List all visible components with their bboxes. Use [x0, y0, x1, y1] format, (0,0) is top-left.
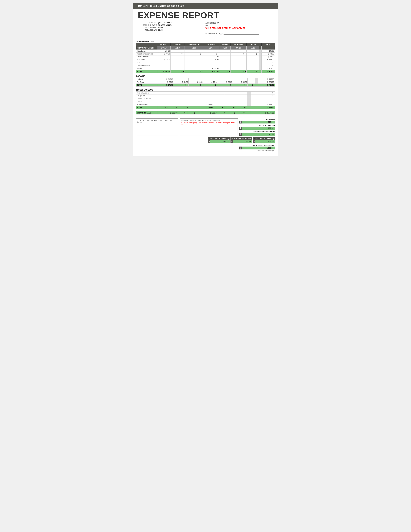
expense-deductions-value: 20.00 [242, 133, 275, 136]
table-row: Entertainment* $ 199.00 $ 199.00 [136, 103, 275, 106]
grand-totals-section: GRAND TOTALS $ 302.30 $ - $ - $ 530.00 $… [133, 111, 278, 114]
lodging-grand-total: $ 415.00 [258, 84, 275, 86]
fuel-total: $ - [262, 61, 275, 64]
td-sep7 [259, 67, 262, 70]
other-sun [236, 100, 247, 103]
other-rail-total: $ - [262, 64, 275, 67]
grand-total-sat: $ - [228, 111, 237, 114]
fuel-thu [203, 61, 219, 64]
expense-deductions-label: EXPENSE DEDUCTIONS* [239, 131, 275, 133]
team-line-1[interactable] [224, 30, 259, 32]
per-diem-summary-value: 270.00 [242, 121, 275, 124]
table-row: Phone, Fax-Internet $ - [136, 97, 275, 100]
lodging-total-label: TOTAL [136, 84, 157, 86]
other-rail-thu [203, 64, 219, 67]
airfare-mon [157, 67, 170, 70]
date-fri: 6/3/16 [219, 46, 231, 50]
per-diem-tue: $ 50.00 [174, 81, 188, 84]
please-attach: Please attach all receipts [257, 150, 275, 152]
td-lsep3 [255, 84, 258, 86]
transport-total-sun: $ - [246, 70, 259, 73]
per-team-section: PER TEAM EXPENSES (3) $ 367.43 PER TEAM … [133, 137, 278, 143]
team-line-2[interactable] [224, 32, 259, 35]
lodging-section: LODGING Lodging $ 145.00 $ 145.00 Per Di… [133, 75, 278, 86]
miles-driven-thu [203, 50, 219, 53]
td-msep [247, 92, 251, 95]
td-sep2 [259, 53, 262, 56]
total-reimb-dollar: $ [239, 147, 242, 150]
summary-box: PER DIEM $ 270.00 TOTAL EXPENSES $ 1,102… [239, 118, 275, 136]
misc-section: MISCELLANEOUS Medical Supplies $ - Equip… [133, 89, 278, 109]
medical-total: $ - [251, 92, 275, 95]
mileage-rate-row: MILEAGE RATE: $0.54 [138, 29, 206, 31]
transport-grand-total: $ 488.30 [262, 70, 275, 73]
authorized-by-input[interactable] [223, 22, 255, 24]
other-rail-wed [185, 64, 203, 67]
medical-fri [214, 92, 225, 95]
auto-rental-tue [170, 58, 185, 61]
transport-total-thu: $ 331.00 [203, 70, 219, 73]
notes-title: *Business Purpose for "Entertainment" an… [137, 119, 177, 123]
per-diem-summary-label: PER DIEM [239, 118, 275, 120]
grand-totals-table: GRAND TOTALS $ 302.30 $ - $ - $ 530.00 $… [136, 111, 275, 114]
equip-thu [190, 95, 214, 97]
parking-total: $ 17.00 [262, 56, 275, 58]
airfare-tue [170, 67, 185, 70]
employee-row: EMPLOYEE: (INSERT NAME) [138, 22, 206, 24]
please-list-label: PLEASE LIS TEAM(S): [206, 33, 223, 35]
days-header-row: MONDAY TUESDAY WEDNESDAY THURSDAY FRIDAY… [136, 43, 275, 46]
th-saturday: SATURDAY [231, 43, 247, 46]
entertainment-mon [157, 103, 168, 106]
fuel-fri [219, 61, 231, 64]
grand-total-label: GRAND TOTALS [136, 111, 157, 114]
date-sun: 6/5/16 [246, 46, 259, 50]
airfare-sun [246, 67, 259, 70]
table-row: Other* $ - [136, 100, 275, 103]
fuel-label: Fuel [136, 61, 157, 64]
miles-reimb-wed: $ - [185, 53, 203, 56]
phone-wed [179, 97, 190, 100]
lodging-total: $ 145.00 [258, 78, 275, 81]
entertainment-sat [225, 103, 236, 106]
mileage-rate-value: $0.54 [158, 29, 163, 31]
date-input[interactable] [223, 25, 255, 27]
total-reimb-value-row: $ 1,082.30 [239, 147, 275, 150]
grand-total-wed: $ - [188, 111, 197, 114]
lodging-sat [233, 78, 248, 81]
medical-sat [225, 92, 236, 95]
total-expenses-row: $ 1,102.30 [239, 127, 275, 130]
total-expenses-dollar: $ [239, 127, 242, 130]
please-list-row: PLEASE LIS TEAM(S): [206, 30, 273, 38]
td-lsep2 [255, 81, 258, 84]
auto-rental-sun [246, 58, 259, 61]
auto-rental-label: Auto Rental [136, 58, 157, 61]
per-diem-total: $ 270.00 [258, 81, 275, 84]
phone-fri [214, 97, 225, 100]
lodging-table: Lodging $ 145.00 $ 145.00 Per Diem $ 35.… [136, 78, 275, 86]
lodging-sun [248, 78, 255, 81]
info-right: AUTHORIZED BY: DATE: WILL EXPENCES BE SH… [206, 22, 273, 38]
team-event-value: (INSERT NAME) [158, 24, 171, 26]
lodging-label: LODGING [136, 75, 275, 77]
equip-total: $ - [251, 95, 275, 97]
misc-total-row: TOTAL $ - $ - $ - $ 199.00 $ - $ - $ - $… [136, 106, 275, 109]
equip-mon [157, 95, 168, 97]
team-line-3[interactable] [224, 35, 259, 38]
th-sunday: SUNDAY [246, 43, 259, 46]
total-expenses-value: 1,102.30 [242, 127, 275, 130]
miles-reimb-label: Miles Reimbursement [136, 53, 157, 56]
th-total-empty [259, 43, 262, 46]
lodging-total-fri: $ - [218, 84, 233, 86]
phone-total: $ - [251, 97, 275, 100]
date-sat: 6/4/16 [231, 46, 247, 50]
table-row: Miles Reimbursement $ 78.30 $ - $ - $ - … [136, 53, 275, 56]
week-ending-value: 6/5/16 [158, 27, 163, 28]
per-team-1-col: PER TEAM EXPENSES (1) $ 1,102.30 [253, 137, 275, 143]
td-sep4 [259, 58, 262, 61]
misc-total-fri: $ - [214, 106, 225, 109]
entertainment-sun [236, 103, 247, 106]
per-diem-row-label: Per Diem [136, 81, 157, 84]
per-team-2-val-row: $ 551.15 [231, 140, 252, 143]
other-rail-sun [246, 64, 259, 67]
equip-sun [236, 95, 247, 97]
